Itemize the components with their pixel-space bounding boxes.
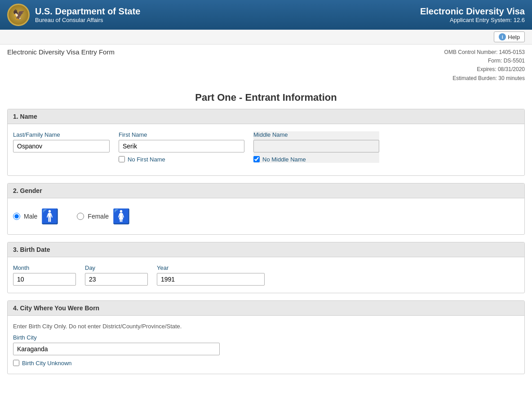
last-name-input[interactable] xyxy=(13,140,110,152)
month-field: Month xyxy=(13,264,76,286)
app-info: Electronic Diversity Visa Applicant Entr… xyxy=(420,6,525,23)
middle-name-field: Middle Name No Middle Name xyxy=(253,131,379,163)
male-radio[interactable] xyxy=(13,213,20,220)
male-option[interactable]: Male 🚹 xyxy=(13,209,59,224)
female-figure-icon: 🚺 xyxy=(112,209,130,224)
first-name-label: First Name xyxy=(119,131,244,138)
first-name-input[interactable] xyxy=(119,140,244,152)
year-label: Year xyxy=(157,264,265,271)
gender-options: Male 🚹 Female 🚺 xyxy=(13,206,519,227)
agency-info: U.S. Department of State Bureau of Consu… xyxy=(35,6,140,23)
bureau-name: Bureau of Consular Affairs xyxy=(35,17,140,23)
section-name-header: 1. Name xyxy=(8,109,524,124)
app-subtitle: Applicant Entry System: 12.6 xyxy=(420,17,525,23)
male-figure-icon: 🚹 xyxy=(41,209,59,224)
section-birth-city-body: Enter Birth City Only. Do not enter Dist… xyxy=(8,316,524,374)
name-fields: Last/Family Name First Name No First Nam… xyxy=(13,131,519,163)
birth-city-info: Enter Birth City Only. Do not enter Dist… xyxy=(13,323,519,330)
section-birth-city: 4. City Where You Were Born Enter Birth … xyxy=(7,300,525,374)
section-birth-date-header: 3. Birth Date xyxy=(8,242,524,257)
section-name: 1. Name Last/Family Name First Name No F… xyxy=(7,109,525,176)
help-label: Help xyxy=(508,34,520,40)
middle-name-input[interactable] xyxy=(253,140,379,152)
female-radio[interactable] xyxy=(77,213,84,220)
year-field: Year xyxy=(157,264,265,286)
female-option[interactable]: Female 🚺 xyxy=(77,209,130,224)
page-header: 🦅 U.S. Department of State Bureau of Con… xyxy=(0,0,532,30)
section-gender-body: Male 🚹 Female 🚺 xyxy=(8,198,524,234)
day-input[interactable] xyxy=(85,273,148,286)
month-input[interactable] xyxy=(13,273,76,286)
form-title: Electronic Diversity Visa Entry Form xyxy=(7,48,115,56)
birth-city-unknown-checkbox[interactable] xyxy=(13,360,19,366)
birth-city-unknown-row: Birth City Unknown xyxy=(13,360,519,367)
last-name-label: Last/Family Name xyxy=(13,131,110,138)
day-field: Day xyxy=(85,264,148,286)
middle-name-label: Middle Name xyxy=(253,131,379,138)
month-label: Month xyxy=(13,264,76,271)
expiry-date: Expires: 08/31/2020 xyxy=(444,65,525,74)
birth-city-label: Birth City xyxy=(13,334,519,341)
section-birth-city-header: 4. City Where You Were Born xyxy=(8,301,524,316)
no-first-name-checkbox[interactable] xyxy=(119,156,125,162)
section-birth-date-body: Month Day Year xyxy=(8,257,524,293)
section-birth-date: 3. Birth Date Month Day Year xyxy=(7,242,525,293)
no-first-name-label: No First Name xyxy=(128,156,165,163)
form-info-bar: Electronic Diversity Visa Entry Form OMB… xyxy=(0,45,532,85)
page-heading: Part One - Entrant Information xyxy=(0,85,532,109)
male-label: Male xyxy=(24,213,37,220)
date-fields: Month Day Year xyxy=(13,264,519,286)
agency-name: U.S. Department of State xyxy=(35,6,140,17)
main-content: 1. Name Last/Family Name First Name No F… xyxy=(0,109,532,389)
last-name-field: Last/Family Name xyxy=(13,131,110,163)
day-label: Day xyxy=(85,264,148,271)
birth-city-field: Birth City Birth City Unknown xyxy=(13,334,519,367)
section-gender-header: 2. Gender xyxy=(8,183,524,198)
omb-control: OMB Control Number: 1405-0153 xyxy=(444,48,525,57)
agency-seal: 🦅 xyxy=(7,4,30,26)
form-number: Form: DS-5501 xyxy=(444,57,525,65)
birth-city-unknown-label: Birth City Unknown xyxy=(22,360,72,367)
header-left: 🦅 U.S. Department of State Bureau of Con… xyxy=(7,4,140,26)
no-middle-name-row: No Middle Name xyxy=(253,156,379,163)
help-button[interactable]: i Help xyxy=(494,31,525,42)
no-middle-name-label: No Middle Name xyxy=(262,156,306,163)
burden-estimate: Estimated Burden: 30 minutes xyxy=(444,74,525,83)
no-first-name-row: No First Name xyxy=(119,156,244,163)
year-input[interactable] xyxy=(157,273,265,286)
app-title: Electronic Diversity Visa xyxy=(420,6,525,17)
help-icon: i xyxy=(499,33,506,40)
section-name-body: Last/Family Name First Name No First Nam… xyxy=(8,124,524,175)
first-name-field: First Name No First Name xyxy=(119,131,244,163)
birth-city-input[interactable] xyxy=(13,343,220,355)
female-label: Female xyxy=(88,213,109,220)
form-meta: OMB Control Number: 1405-0153 Form: DS-5… xyxy=(444,48,525,83)
no-middle-name-checkbox[interactable] xyxy=(253,156,260,162)
section-gender: 2. Gender Male 🚹 Female 🚺 xyxy=(7,183,525,235)
toolbar: i Help xyxy=(0,30,532,45)
